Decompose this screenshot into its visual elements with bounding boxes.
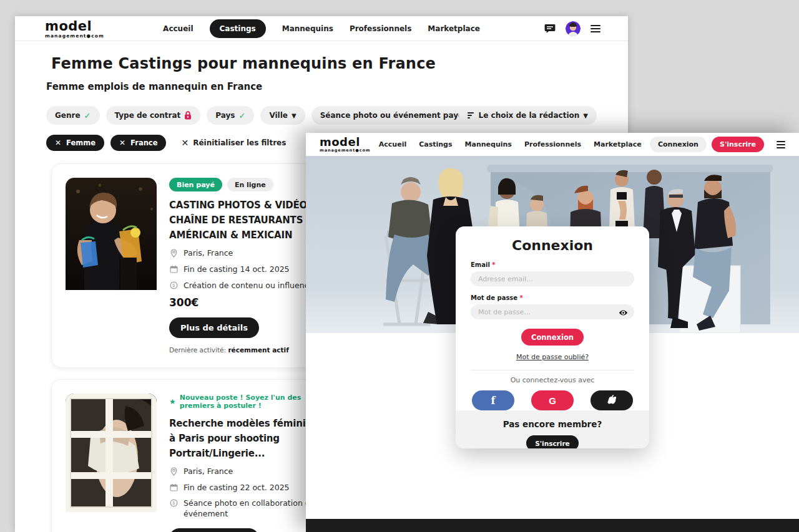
member-question: Pas encore membre?	[456, 419, 649, 429]
more-details-button[interactable]: Plus de détails	[169, 528, 259, 532]
signup-nav-button[interactable]: S'inscrire	[712, 137, 764, 152]
avatar[interactable]	[566, 21, 581, 36]
apple-icon	[607, 395, 616, 407]
calendar-icon	[169, 265, 178, 273]
forgot-password-link[interactable]: Mot de passe oublié?	[471, 353, 634, 361]
login-page-window: model management●com Accueil Castings Ma…	[306, 133, 799, 532]
filter-seance-label: Séance photo ou événement payé	[320, 111, 464, 120]
filter-type-de-contrat[interactable]: Type de contrat	[106, 106, 201, 125]
activity-value: récemment actif	[228, 346, 288, 354]
close-icon: ✕	[55, 138, 61, 147]
logo[interactable]: model management●com	[45, 20, 104, 39]
calendar-icon	[169, 483, 178, 491]
menu-icon[interactable]	[591, 25, 600, 32]
more-details-button[interactable]: Plus de détails	[169, 317, 259, 338]
casting-title[interactable]: CASTING PHOTOS & VIDÉOS – CHAÎNE DE REST…	[169, 198, 326, 243]
page-subtitle: Femme emplois de mannequin en France	[46, 81, 597, 92]
chip-femme[interactable]: ✕ Femme	[46, 135, 104, 151]
reset-filters-button[interactable]: ✕ Réinitialiser les filtres	[181, 138, 286, 148]
required-mark: *	[520, 294, 523, 301]
filter-row: Genre ✓ Type de contrat Pays ✓ Ville ▼ S…	[46, 106, 597, 125]
sort-dropdown[interactable]: Le choix de la rédaction ▼	[459, 106, 597, 125]
facebook-login-button[interactable]: f	[472, 390, 514, 410]
chip-france[interactable]: ✕ France	[110, 135, 166, 151]
sort-label: Le choix de la rédaction	[479, 111, 580, 120]
password-label: Mot de passe *	[471, 294, 634, 301]
google-login-button[interactable]: G	[531, 390, 574, 410]
nav-item-professionnels[interactable]: Professionnels	[350, 24, 411, 33]
modal-footer: Pas encore membre? S'inscrire	[456, 410, 649, 448]
filter-pays[interactable]: Pays ✓	[207, 106, 254, 125]
sort-icon	[468, 112, 474, 118]
email-label-text: Email	[471, 261, 490, 268]
logo-wordmark: model	[320, 137, 371, 148]
location-text: Paris, France	[184, 467, 233, 477]
activity-label: Dernière activité:	[169, 346, 226, 354]
login-submit-button[interactable]: Connexion	[521, 329, 584, 346]
front-nav-items: Accueil Castings Mannequins Professionne…	[379, 140, 642, 148]
footer-bar	[306, 519, 799, 532]
back-top-nav: model management●com Accueil Castings Ma…	[15, 16, 628, 41]
logo[interactable]: model management●com	[320, 137, 371, 153]
nav-item-castings-active[interactable]: Castings	[210, 19, 266, 38]
star-icon: ★	[169, 397, 176, 406]
apple-login-button[interactable]	[591, 390, 633, 410]
filter-seance-payee[interactable]: Séance photo ou événement payé	[311, 106, 484, 125]
nav-item-accueil[interactable]: Accueil	[379, 140, 406, 148]
nav-item-mannequins[interactable]: Mannequins	[465, 140, 512, 148]
logo-wordmark: model	[45, 20, 104, 33]
modal-title: Connexion	[471, 238, 634, 253]
category-text: Séance photo en collaboration ou événeme…	[184, 498, 326, 520]
chevron-down-icon: ▼	[583, 112, 588, 119]
casting-title[interactable]: Recherche modèles féminins à Paris pour …	[169, 416, 326, 461]
close-icon: ✕	[119, 138, 125, 147]
location-row: Paris, France	[169, 248, 326, 259]
svg-text:$: $	[172, 283, 175, 288]
dollar-circle-icon: $	[169, 281, 178, 289]
filter-ville-label: Ville	[269, 111, 288, 120]
location-text: Paris, France	[184, 248, 233, 259]
page-title: Femme Castings pour mannequins en France	[46, 55, 597, 72]
divider	[471, 370, 634, 370]
filter-genre[interactable]: Genre ✓	[46, 106, 100, 125]
nav-item-accueil[interactable]: Accueil	[163, 24, 193, 33]
chevron-down-icon: ▼	[292, 112, 297, 119]
close-icon: ✕	[181, 138, 189, 148]
location-pin-icon	[169, 467, 178, 476]
nav-item-marketplace[interactable]: Marketplace	[594, 140, 642, 148]
google-icon: G	[549, 395, 556, 406]
menu-icon[interactable]	[777, 141, 785, 148]
check-icon: ✓	[238, 111, 245, 120]
location-row: Paris, France	[169, 467, 326, 477]
email-field[interactable]	[471, 271, 634, 286]
signup-button[interactable]: S'inscrire	[526, 435, 578, 448]
lock-icon	[184, 111, 192, 120]
nav-item-marketplace[interactable]: Marketplace	[428, 24, 480, 33]
filter-ville[interactable]: Ville ▼	[260, 106, 305, 125]
chip-france-label: France	[130, 138, 157, 147]
nav-item-castings[interactable]: Castings	[419, 140, 452, 148]
back-nav-items: Accueil Castings Mannequins Professionne…	[163, 19, 480, 38]
paid-badge: Bien payé	[169, 178, 222, 191]
login-nav-button[interactable]: Connexion	[650, 137, 707, 152]
required-mark: *	[492, 261, 495, 268]
category-text: Création de contenu ou influenceur	[184, 281, 321, 291]
category-row: $ Création de contenu ou influenceur	[169, 281, 326, 291]
casting-photo-window	[66, 394, 157, 532]
logo-subtext: management●com	[45, 34, 104, 39]
nav-item-professionnels[interactable]: Professionnels	[524, 140, 581, 148]
chat-icon[interactable]	[544, 24, 556, 34]
login-modal: Connexion Email * Mot de passe * Connexi…	[456, 226, 649, 448]
filter-contrat-label: Type de contrat	[115, 111, 181, 120]
logo-subtext: management●com	[320, 148, 371, 153]
filter-genre-label: Genre	[55, 111, 81, 120]
social-login-row: f G	[471, 390, 634, 410]
password-field[interactable]	[471, 304, 634, 319]
casting-photo-cocktails	[66, 178, 157, 354]
price: 300€	[169, 296, 326, 309]
email-label: Email *	[471, 261, 634, 268]
password-label-text: Mot de passe	[471, 294, 517, 301]
location-pin-icon	[169, 249, 178, 258]
nav-item-mannequins[interactable]: Mannequins	[282, 24, 333, 33]
show-password-eye-icon[interactable]	[619, 307, 628, 319]
